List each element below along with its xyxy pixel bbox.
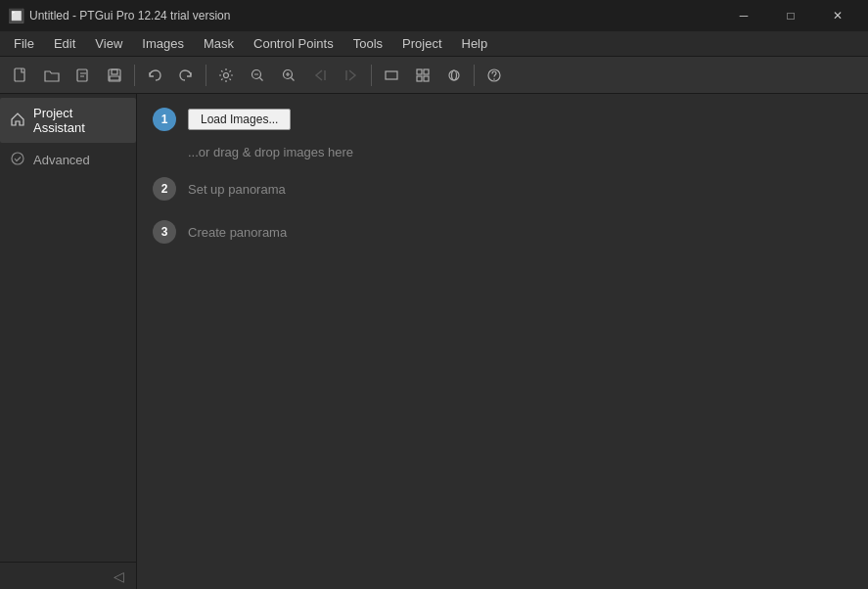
svg-rect-11 — [417, 69, 422, 74]
separator-1 — [134, 65, 135, 86]
sidebar-collapse-area: ◁ — [0, 562, 136, 589]
step-3-row: 3 Create panorama — [137, 210, 868, 253]
svg-rect-12 — [424, 69, 429, 74]
content-area: 1 Load Images... ...or drag & drop image… — [137, 94, 868, 589]
maximize-button[interactable]: □ — [768, 0, 813, 31]
menu-images[interactable]: Images — [132, 33, 194, 54]
titlebar-left: 🔲 Untitled - PTGui Pro 12.24 trial versi… — [8, 8, 230, 23]
menu-edit[interactable]: Edit — [44, 33, 85, 54]
titlebar-controls: ─ □ ✕ — [721, 0, 860, 31]
sidebar-project-assistant-label: Project Assistant — [33, 106, 126, 135]
zoom-in-button[interactable] — [274, 62, 303, 89]
sidebar-advanced-label: Advanced — [33, 153, 90, 167]
sidebar-item-project-assistant[interactable]: Project Assistant — [0, 98, 136, 143]
redo-button[interactable] — [171, 62, 201, 89]
main-area: Project Assistant Advanced ◁ 1 Load Imag… — [0, 94, 868, 589]
close-button[interactable]: ✕ — [815, 0, 860, 31]
app-icon: 🔲 — [8, 8, 23, 23]
undo-button[interactable] — [140, 62, 169, 89]
menubar: File Edit View Images Mask Control Point… — [0, 31, 868, 57]
sidebar-item-advanced[interactable]: Advanced — [0, 143, 136, 177]
separator-3 — [371, 65, 372, 86]
svg-rect-14 — [424, 76, 429, 81]
drag-drop-text: ...or drag & drop images here — [137, 141, 868, 167]
svg-rect-4 — [110, 76, 119, 80]
next-button[interactable] — [337, 62, 366, 89]
menu-view[interactable]: View — [85, 33, 132, 54]
circle-check-icon — [10, 151, 25, 169]
svg-point-19 — [12, 153, 23, 164]
step-2-row: 2 Set up panorama — [137, 167, 868, 210]
svg-rect-3 — [112, 69, 117, 74]
separator-4 — [474, 65, 475, 86]
grid-button[interactable] — [408, 62, 437, 89]
minimize-button[interactable]: ─ — [721, 0, 766, 31]
new-button[interactable] — [6, 62, 35, 89]
svg-rect-13 — [417, 76, 422, 81]
open-recent-button[interactable] — [69, 62, 98, 89]
titlebar: 🔲 Untitled - PTGui Pro 12.24 trial versi… — [0, 0, 868, 31]
step-3-number: 3 — [153, 220, 176, 244]
svg-point-15 — [449, 70, 459, 80]
menu-help[interactable]: Help — [452, 33, 498, 54]
svg-rect-1 — [77, 69, 87, 81]
menu-tools[interactable]: Tools — [343, 33, 392, 54]
load-images-button[interactable]: Load Images... — [188, 109, 291, 130]
titlebar-title: Untitled - PTGui Pro 12.24 trial version — [29, 9, 230, 23]
panorama-button[interactable] — [439, 62, 469, 89]
step-1-row: 1 Load Images... — [137, 94, 868, 141]
svg-rect-2 — [109, 69, 120, 81]
svg-point-5 — [224, 72, 229, 77]
menu-file[interactable]: File — [4, 33, 44, 54]
menu-project[interactable]: Project — [392, 33, 451, 54]
step-3-label: Create panorama — [188, 225, 287, 240]
sidebar: Project Assistant Advanced ◁ — [0, 94, 137, 589]
menu-control-points[interactable]: Control Points — [244, 33, 343, 54]
svg-rect-0 — [15, 68, 24, 81]
svg-point-16 — [452, 70, 457, 80]
save-button[interactable] — [100, 62, 129, 89]
svg-rect-10 — [386, 71, 397, 79]
step-2-number: 2 — [153, 177, 176, 201]
help-button[interactable] — [480, 62, 509, 89]
svg-point-18 — [493, 78, 495, 80]
step-1-number: 1 — [153, 108, 176, 131]
separator-2 — [206, 65, 206, 86]
rectilinear-button[interactable] — [377, 62, 406, 89]
settings-button[interactable] — [211, 62, 241, 89]
open-button[interactable] — [37, 62, 67, 89]
step-2-label: Set up panorama — [188, 182, 286, 197]
menu-mask[interactable]: Mask — [194, 33, 244, 54]
home-icon — [10, 112, 25, 130]
prev-button[interactable] — [305, 62, 335, 89]
toolbar — [0, 57, 868, 94]
zoom-out-button[interactable] — [243, 62, 272, 89]
collapse-sidebar-button[interactable]: ◁ — [110, 566, 128, 586]
